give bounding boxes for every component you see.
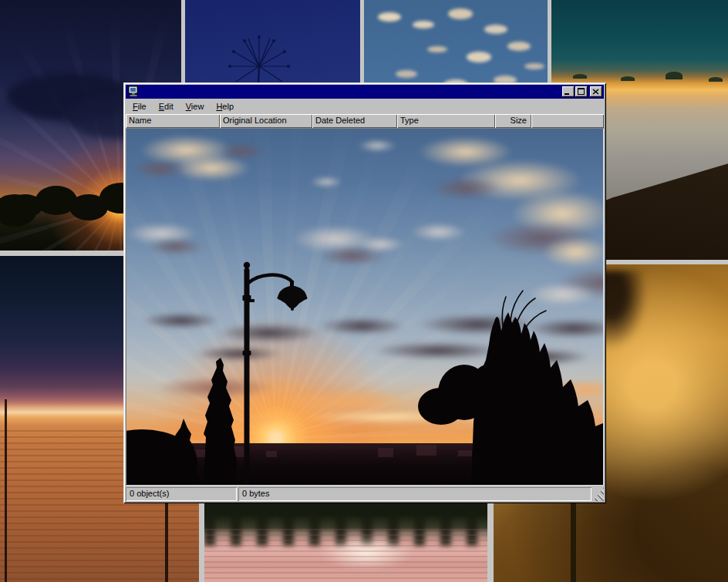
maximize-button[interactable]: [575, 86, 588, 97]
menu-help[interactable]: Help: [210, 100, 240, 113]
close-icon: [592, 89, 599, 95]
column-header-row: Name Original Location Date Deleted Type…: [126, 114, 604, 128]
column-header-type[interactable]: Type: [397, 114, 495, 128]
close-button[interactable]: [590, 86, 602, 97]
treeline-decor: [8, 194, 43, 217]
file-list-area[interactable]: [126, 128, 604, 486]
column-header-name[interactable]: Name: [126, 114, 220, 128]
column-header-filler: [531, 114, 604, 128]
window-titlebar[interactable]: [126, 85, 604, 99]
resize-grip[interactable]: [593, 487, 604, 501]
minimize-button[interactable]: [562, 86, 575, 97]
mountain-silhouettes-decor: [573, 74, 587, 79]
column-header-size[interactable]: Size: [495, 114, 531, 128]
status-bar: 0 object(s) 0 bytes: [126, 487, 604, 501]
menu-bar: File Edit View Help: [126, 99, 604, 114]
cloud-specks-decor: [378, 12, 401, 22]
minimize-icon: [565, 93, 569, 95]
computer-icon: [127, 86, 140, 98]
column-header-original-location[interactable]: Original Location: [220, 114, 312, 128]
maximize-icon: [578, 88, 585, 95]
status-objects: 0 object(s): [126, 487, 237, 501]
menu-edit[interactable]: Edit: [153, 100, 180, 113]
water-ripples-decor: [204, 525, 487, 582]
pole-silhouette: [5, 399, 7, 582]
desktop-wallpaper: File Edit View Help Name Original Locati…: [0, 0, 728, 582]
sunset-photo: [126, 129, 603, 485]
lamp-arm: [248, 275, 292, 283]
recycle-bin-window: File Edit View Help Name Original Locati…: [123, 82, 606, 503]
menu-file[interactable]: File: [126, 100, 153, 113]
status-bytes: 0 bytes: [238, 487, 592, 501]
menu-view[interactable]: View: [180, 100, 211, 113]
column-header-date-deleted[interactable]: Date Deleted: [312, 114, 397, 128]
silhouette-layer: [126, 129, 603, 485]
